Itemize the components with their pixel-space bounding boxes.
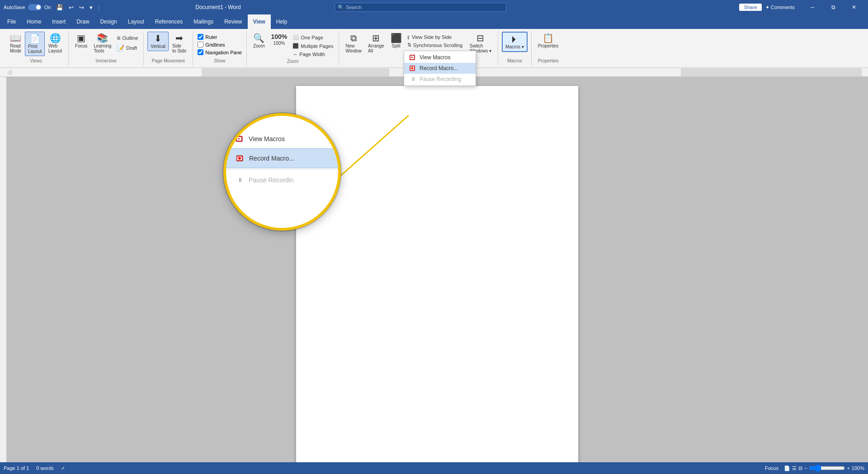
macros-button[interactable]: ⏵ Macros ▾	[502, 32, 528, 52]
window-controls: ─ ⧉ ✕	[802, 0, 864, 14]
tab-help[interactable]: Help	[271, 14, 293, 29]
ruler-check[interactable]	[198, 34, 203, 40]
properties-button[interactable]: 📋 Properties	[535, 32, 561, 50]
tab-layout[interactable]: Layout	[123, 14, 150, 29]
dropdown-record-macro[interactable]: Record Macro...	[404, 63, 476, 74]
split-button[interactable]: ⬛ Split	[388, 32, 405, 50]
zoom-out-icon[interactable]: −	[804, 465, 807, 471]
view-icon-1[interactable]: 📄	[784, 465, 790, 471]
multiple-pages-button[interactable]: ⬛ Multiple Pages	[291, 42, 335, 50]
dropdown-view-macros[interactable]: View Macros	[404, 52, 476, 63]
customize-qat-icon[interactable]: ▾	[88, 3, 94, 12]
side-to-side-button[interactable]: ➡ Sideto Side	[170, 32, 189, 55]
tab-design[interactable]: Design	[94, 14, 122, 29]
close-button[interactable]: ✕	[844, 0, 864, 14]
tab-references[interactable]: References	[150, 14, 188, 29]
immersive-group-container: ▣ Focus 📚 LearningTools ≡ Outline 📝 Draf…	[72, 32, 140, 64]
gridlines-check[interactable]	[198, 42, 203, 47]
print-layout-button[interactable]: 📄 PrintLayout	[25, 32, 45, 56]
save-icon[interactable]: 💾	[54, 3, 65, 12]
zoom-group-container: 🔍 Zoom 100% 100% ⬜ One Page ⬛ Multiple P…	[250, 32, 335, 65]
web-layout-label: WebLayout	[48, 43, 62, 53]
dropdown-pause-recording: ⏸ Pause Recording	[404, 74, 476, 85]
share-button[interactable]: Share	[739, 4, 761, 11]
pause-recording-mag-icon: ⏸	[235, 175, 245, 185]
magnify-record-macro[interactable]: Record Macro...	[226, 148, 338, 168]
tab-mailings[interactable]: Mailings	[188, 14, 219, 29]
status-bar: Page 1 of 1 0 words ✓ Focus 📄 ☰ ⊟ − + 10…	[0, 462, 868, 474]
page-info: Page 1 of 1	[4, 465, 29, 471]
comments-button[interactable]: ✦ Comments	[765, 5, 795, 10]
sync-scrolling-button[interactable]: ⇅ Synchronous Scrolling	[406, 41, 466, 49]
read-mode-label: ReadMode	[10, 43, 21, 53]
page-width-button[interactable]: ↔ Page Width	[291, 51, 335, 58]
group-zoom: 🔍 Zoom 100% 100% ⬜ One Page ⬛ Multiple P…	[247, 31, 340, 66]
magnify-pause-recording: ⏸ Pause Recordin	[226, 171, 338, 190]
focus-button[interactable]: ▣ Focus	[72, 32, 90, 50]
vertical-button[interactable]: ⬇ Vertical	[147, 32, 169, 51]
navigation-pane-check[interactable]	[198, 49, 203, 55]
group-views: 📖 ReadMode 📄 PrintLayout 🌐 WebLayout Vie…	[4, 31, 69, 66]
group-page-movement: ⬇ Vertical ➡ Sideto Side Page Movement	[144, 31, 193, 66]
tab-view[interactable]: View	[248, 14, 271, 29]
ruler-checkbox[interactable]: Ruler	[197, 33, 243, 40]
view-icon-2[interactable]: ☰	[792, 465, 797, 471]
separator: |	[96, 3, 101, 12]
page-width-label: Page Width	[299, 52, 325, 57]
outline-button[interactable]: ≡ Outline	[115, 33, 140, 43]
multiple-pages-label: Multiple Pages	[301, 43, 333, 49]
statusbar-right: Focus 📄 ☰ ⊟ − + 100%	[765, 465, 864, 472]
group-show: Ruler Gridlines Navigation Pane Show	[193, 31, 247, 66]
zoom-percent[interactable]: 100%	[852, 465, 864, 471]
zoom-button[interactable]: 🔍 Zoom	[250, 32, 268, 50]
zoom-icon: 🔍	[253, 33, 264, 43]
tab-draw[interactable]: Draw	[71, 14, 94, 29]
view-icon-3[interactable]: ⊟	[798, 465, 802, 471]
show-group-container: Ruler Gridlines Navigation Pane Show	[197, 32, 243, 64]
focus-icon: ▣	[77, 33, 85, 43]
zoom-in-icon[interactable]: +	[847, 465, 849, 471]
gridlines-checkbox[interactable]: Gridlines	[197, 41, 243, 48]
tab-insert[interactable]: Insert	[47, 14, 71, 29]
search-placeholder: Search	[346, 5, 362, 10]
focus-label: Focus	[75, 43, 87, 48]
zoom-controls: 📄 ☰ ⊟ − + 100%	[784, 465, 864, 472]
read-mode-icon: 📖	[10, 33, 21, 43]
read-mode-button[interactable]: 📖 ReadMode	[7, 32, 24, 55]
minimize-button[interactable]: ─	[802, 0, 823, 14]
arrange-all-button[interactable]: ⊞ ArrangeAll	[365, 32, 387, 55]
show-checkboxes: Ruler Gridlines Navigation Pane	[197, 32, 243, 57]
svg-rect-1	[202, 68, 389, 76]
ruler-corner: ⬜	[6, 70, 13, 75]
autosave-state: On	[44, 5, 51, 10]
immersive-group-label: Immersive	[72, 57, 140, 64]
view-side-by-side-button[interactable]: ⫿ View Side by Side	[406, 33, 466, 41]
tab-file[interactable]: File	[2, 14, 21, 29]
outline-label: Outline	[122, 35, 138, 41]
redo-icon[interactable]: ↪	[77, 3, 86, 12]
ribbon-tabs: File Home Insert Draw Design Layout Refe…	[0, 14, 868, 29]
outline-icon: ≡	[117, 34, 120, 42]
autosave-label: AutoSave	[4, 5, 25, 10]
web-layout-button[interactable]: 🌐 WebLayout	[46, 32, 65, 55]
draft-button[interactable]: 📝 Draft	[115, 43, 140, 52]
navigation-pane-checkbox[interactable]: Navigation Pane	[197, 49, 243, 56]
tab-home[interactable]: Home	[21, 14, 47, 29]
learning-tools-button[interactable]: 📚 LearningTools	[91, 32, 114, 55]
zoom-slider[interactable]	[809, 465, 845, 472]
restore-button[interactable]: ⧉	[823, 0, 844, 14]
dropdown-record-macro-icon	[410, 65, 417, 72]
record-macro-icon-svg	[410, 66, 417, 71]
switch-windows-icon: ⊟	[476, 33, 484, 43]
tab-review[interactable]: Review	[219, 14, 247, 29]
show-group-label: Show	[197, 57, 243, 64]
one-page-button[interactable]: ⬜ One Page	[291, 33, 335, 41]
hundred-percent-button[interactable]: 100% 100%	[269, 32, 290, 47]
search-bar[interactable]: 🔍 Search	[335, 3, 506, 12]
magnify-view-macros[interactable]: View Macros	[226, 129, 338, 148]
undo-icon[interactable]: ↩	[67, 3, 75, 12]
new-window-button[interactable]: ⧉ NewWindow	[343, 32, 364, 55]
focus-label[interactable]: Focus	[765, 465, 778, 471]
dropdown-record-macro-label: Record Macro...	[420, 65, 458, 71]
autosave-toggle[interactable]	[28, 4, 42, 10]
